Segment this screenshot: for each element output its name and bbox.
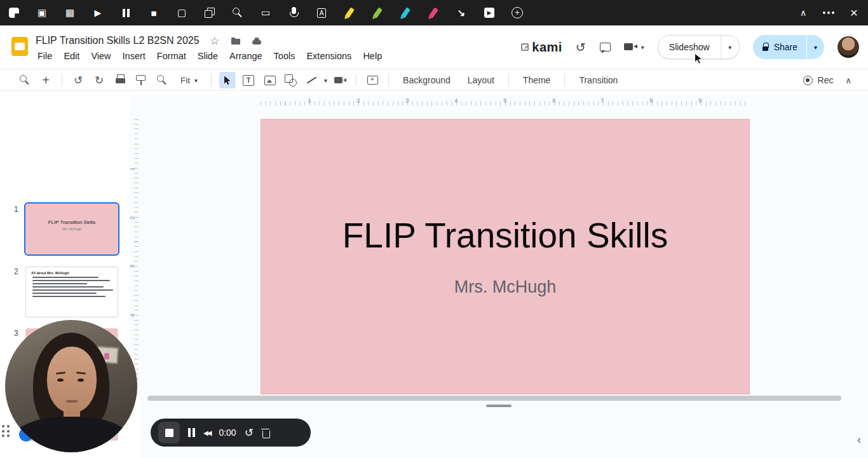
export-video-icon[interactable]	[482, 5, 497, 20]
print-icon[interactable]	[112, 72, 128, 88]
paint-format-icon[interactable]	[133, 72, 149, 88]
menu-slide[interactable]: Slide	[192, 49, 224, 63]
toolbar-separator	[211, 74, 212, 87]
pause-icon[interactable]	[118, 5, 133, 20]
background-button[interactable]: Background	[397, 73, 457, 87]
ruler-number: 2	[356, 97, 360, 104]
highlighter-yellow-icon[interactable]	[342, 5, 357, 20]
stop-icon[interactable]	[146, 5, 161, 20]
slide-title-text[interactable]: FLIP Transition Skills	[261, 215, 749, 256]
menu-file[interactable]: File	[32, 49, 58, 63]
slide-subtitle-text[interactable]: Mrs. McHugh	[261, 277, 749, 297]
edit-toolbar: Fit Background Layout Theme Transition	[0, 69, 868, 91]
record-icon	[803, 76, 813, 85]
snapshot-icon[interactable]	[174, 5, 189, 20]
insert-line-icon[interactable]	[303, 72, 320, 88]
search-menus-icon[interactable]	[17, 72, 33, 88]
text-box-icon[interactable]	[240, 72, 257, 88]
current-slide[interactable]: FLIP Transition Skills Mrs. McHugh	[261, 119, 750, 394]
highlighter-magenta-icon[interactable]	[426, 5, 441, 20]
highlighter-green-icon[interactable]	[370, 5, 385, 20]
ruler-number: 1	[308, 97, 311, 104]
theme-button[interactable]: Theme	[517, 73, 557, 87]
highlighter-cyan-icon[interactable]	[398, 5, 413, 20]
meet-camera-control[interactable]	[624, 42, 644, 52]
zoom-icon[interactable]	[154, 72, 170, 88]
line-dropdown-icon[interactable]	[324, 77, 327, 84]
kami-logo-icon[interactable]	[6, 5, 22, 20]
kami-toolbar-tools	[6, 0, 525, 25]
layout-button[interactable]: Layout	[461, 73, 501, 87]
slide-thumbnail-2[interactable]: All about Mrs. McHugh	[25, 267, 118, 317]
kami-wordmark[interactable]: kami	[521, 40, 562, 55]
speaker-notes-splitter[interactable]	[486, 405, 512, 407]
share-dropdown[interactable]	[806, 35, 824, 59]
menu-help[interactable]: Help	[357, 49, 388, 63]
pause-recording-icon[interactable]	[188, 428, 195, 437]
record-button[interactable]: Rec	[803, 75, 834, 85]
rewind-icon[interactable]	[203, 429, 210, 436]
more-options-icon[interactable]	[821, 5, 836, 20]
menu-insert[interactable]: Insert	[117, 49, 151, 63]
menu-format[interactable]: Format	[151, 49, 192, 63]
drag-handle-icon[interactable]	[2, 425, 10, 437]
insert-shape-icon[interactable]	[282, 72, 299, 88]
menu-arrange[interactable]: Arrange	[224, 49, 268, 63]
ruler-number: 5	[503, 97, 506, 104]
version-history-icon[interactable]	[576, 40, 586, 55]
play-icon[interactable]	[90, 5, 105, 20]
insert-image-icon[interactable]	[261, 72, 278, 88]
magnifier-icon[interactable]	[230, 5, 245, 20]
record-label: Rec	[818, 75, 834, 85]
camera-icon	[624, 42, 638, 52]
chevron-down-icon	[728, 44, 731, 51]
cloud-saved-icon[interactable]	[251, 35, 262, 46]
move-folder-icon[interactable]	[230, 35, 241, 46]
horizontal-scrollbar-thumb[interactable]	[147, 396, 841, 401]
duplicate-icon[interactable]	[202, 5, 217, 20]
side-panel-collapse-icon[interactable]	[857, 433, 861, 447]
apps-icon[interactable]	[510, 5, 525, 20]
slide-number: 1	[14, 205, 18, 214]
menu-view[interactable]: View	[85, 49, 116, 63]
menu-extensions[interactable]: Extensions	[301, 49, 357, 63]
collapse-toolbar-icon[interactable]	[796, 5, 811, 20]
restart-recording-icon[interactable]	[245, 426, 254, 440]
thumb-title: FLIP Transition Skills	[25, 219, 118, 225]
add-slide-icon[interactable]	[37, 72, 54, 88]
slideshow-dropdown[interactable]	[721, 36, 739, 59]
toolbar-separator	[564, 74, 565, 87]
select-tool[interactable]	[219, 72, 236, 88]
slide-number: 3	[14, 329, 18, 338]
document-title[interactable]: FLIP Transition Skills L2 B2SN 2025	[36, 35, 200, 46]
menu-bar: File Edit View Insert Format Slide Arran…	[32, 49, 388, 63]
undo-icon[interactable]	[70, 72, 86, 88]
star-icon[interactable]	[209, 35, 220, 46]
slides-logo-icon[interactable]	[11, 37, 28, 56]
screenshare-icon[interactable]	[258, 5, 273, 20]
menu-edit[interactable]: Edit	[58, 49, 85, 63]
ruler-number: 7	[600, 97, 604, 104]
stop-recording-button[interactable]	[158, 422, 180, 443]
arrow-annotation-icon[interactable]	[454, 5, 469, 20]
insert-video-icon[interactable]	[332, 72, 348, 88]
slide-thumbnail-1[interactable]: FLIP Transition Skills Mrs. McHugh	[24, 202, 119, 256]
dictionary-icon[interactable]	[34, 5, 50, 20]
comments-icon[interactable]	[599, 41, 611, 53]
close-toolbar-icon[interactable]	[846, 5, 862, 20]
slideshow-button[interactable]: Slideshow	[658, 36, 721, 59]
media-icon[interactable]	[62, 5, 78, 20]
transition-button[interactable]: Transition	[573, 73, 624, 87]
add-comment-icon[interactable]	[364, 72, 381, 88]
share-button[interactable]: Share	[753, 35, 806, 59]
microphone-icon[interactable]	[286, 5, 301, 20]
zoom-select[interactable]: Fit	[175, 76, 203, 85]
redo-icon[interactable]	[91, 72, 107, 88]
collapse-toolbar-chevron[interactable]	[845, 76, 851, 85]
translate-icon[interactable]	[314, 5, 329, 20]
delete-recording-icon[interactable]	[262, 428, 269, 438]
menu-tools[interactable]: Tools	[268, 49, 301, 63]
webcam-overlay[interactable]	[5, 320, 137, 452]
account-avatar[interactable]	[837, 36, 859, 58]
app-header: FLIP Transition Skills L2 B2SN 2025 File…	[0, 25, 868, 69]
